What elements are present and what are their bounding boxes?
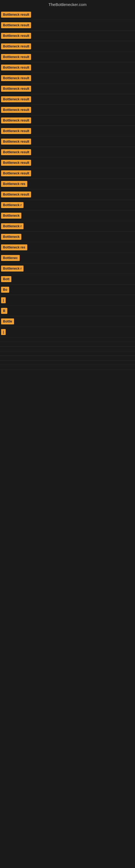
- bottleneck-result-badge[interactable]: Bottleneck res: [1, 244, 27, 250]
- bottleneck-result-badge[interactable]: Bo: [1, 287, 9, 293]
- bottleneck-result-badge[interactable]: Bottleneck r: [1, 266, 24, 272]
- list-item: Bottleneck result: [0, 20, 135, 31]
- list-item: Bott: [0, 274, 135, 284]
- list-item: Bottleneck r: [0, 200, 135, 211]
- bottleneck-result-badge[interactable]: Bottleneck: [1, 213, 21, 219]
- list-item: Bottleneck result: [0, 94, 135, 105]
- bottleneck-result-badge[interactable]: Bottleneck result: [1, 33, 31, 39]
- list-item: Bottleneck: [0, 231, 135, 242]
- list-item: Bottleneck r: [0, 221, 135, 231]
- bottleneck-result-badge[interactable]: |: [1, 329, 6, 335]
- list-item: [0, 361, 135, 365]
- bottleneck-result-badge[interactable]: Bott: [1, 276, 11, 282]
- list-item: Bottleneck result: [0, 147, 135, 158]
- bottleneck-result-badge[interactable]: Bottleneck res: [1, 181, 27, 187]
- bottleneck-result-badge[interactable]: Bottlenec: [1, 255, 20, 261]
- list-item: [0, 365, 135, 370]
- list-item: Bottleneck result: [0, 84, 135, 94]
- list-item: Bottleneck result: [0, 41, 135, 52]
- list-item: [0, 347, 135, 351]
- bottleneck-result-badge[interactable]: Bottle: [1, 318, 14, 324]
- bottleneck-result-badge[interactable]: Bottleneck result: [1, 118, 31, 123]
- list-item: Bottleneck result: [0, 62, 135, 73]
- list-item: Bottleneck result: [0, 31, 135, 41]
- bottleneck-result-badge[interactable]: Bottleneck result: [1, 75, 31, 81]
- bottleneck-result-badge[interactable]: Bottleneck result: [1, 86, 31, 92]
- bottleneck-result-badge[interactable]: Bottleneck result: [1, 96, 31, 102]
- list-item: Bottleneck: [0, 211, 135, 221]
- bottleneck-result-badge[interactable]: Bottleneck result: [1, 138, 31, 145]
- list-item: Bottleneck result: [0, 52, 135, 62]
- list-item: Bottle: [0, 316, 135, 327]
- bottleneck-result-badge[interactable]: Bottleneck result: [1, 12, 31, 18]
- list-item: B: [0, 306, 135, 316]
- bottleneck-result-badge[interactable]: Bottleneck result: [1, 128, 31, 134]
- bottleneck-result-badge[interactable]: Bottleneck result: [1, 107, 31, 113]
- list-item: |: [0, 327, 135, 337]
- list-item: Bottlenec: [0, 253, 135, 264]
- list-item: Bo: [0, 284, 135, 295]
- bottleneck-result-badge[interactable]: Bottleneck result: [1, 191, 31, 197]
- list-item: [0, 337, 135, 342]
- bottleneck-result-badge[interactable]: Bottleneck: [1, 234, 21, 240]
- list-item: [0, 351, 135, 356]
- bottleneck-result-badge[interactable]: Bottleneck r: [1, 202, 24, 208]
- list-item: [0, 356, 135, 361]
- bottleneck-result-badge[interactable]: Bottleneck result: [1, 65, 31, 70]
- list-item: Bottleneck res: [0, 242, 135, 253]
- bottleneck-result-badge[interactable]: |: [1, 297, 6, 303]
- list-item: |: [0, 295, 135, 306]
- bottleneck-result-badge[interactable]: B: [1, 308, 7, 314]
- site-title: TheBottlenecker.com: [0, 0, 135, 9]
- bottleneck-result-badge[interactable]: Bottleneck result: [1, 170, 31, 176]
- list-item: Bottleneck result: [0, 168, 135, 179]
- list-item: Bottleneck result: [0, 9, 135, 20]
- list-item: Bottleneck result: [0, 189, 135, 200]
- list-item: [0, 342, 135, 347]
- list-item: Bottleneck result: [0, 73, 135, 84]
- bottleneck-result-badge[interactable]: Bottleneck r: [1, 223, 24, 229]
- bottleneck-result-badge[interactable]: Bottleneck result: [1, 22, 31, 28]
- list-item: Bottleneck r: [0, 264, 135, 274]
- list-item: Bottleneck result: [0, 105, 135, 115]
- list-item: Bottleneck result: [0, 115, 135, 126]
- bottleneck-result-badge[interactable]: Bottleneck result: [1, 43, 31, 50]
- bottleneck-result-badge[interactable]: Bottleneck result: [1, 160, 31, 166]
- list-item: Bottleneck res: [0, 179, 135, 189]
- list-item: Bottleneck result: [0, 158, 135, 168]
- list-item: Bottleneck result: [0, 136, 135, 147]
- list-item: Bottleneck result: [0, 126, 135, 136]
- bottleneck-result-badge[interactable]: Bottleneck result: [1, 54, 31, 60]
- bottleneck-result-badge[interactable]: Bottleneck result: [1, 149, 31, 155]
